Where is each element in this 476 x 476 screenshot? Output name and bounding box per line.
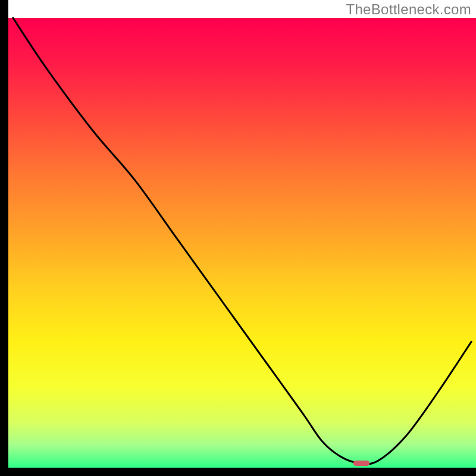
chart-background	[8, 18, 476, 468]
y-axis-bar	[0, 0, 8, 476]
optimal-marker	[353, 461, 370, 466]
chart-container: TheBottleneck.com	[0, 0, 476, 476]
watermark-text: TheBottleneck.com	[346, 1, 471, 18]
x-axis-bar	[0, 468, 476, 476]
chart-svg	[0, 0, 476, 476]
